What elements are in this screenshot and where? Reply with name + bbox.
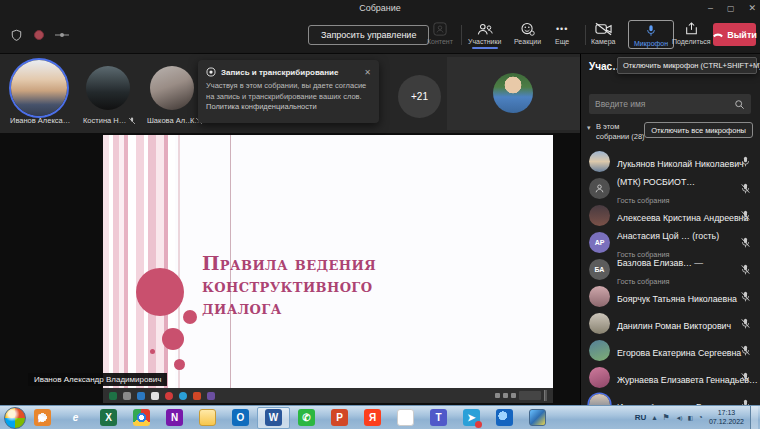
taskbar-app-internet-explorer[interactable]: e [59, 407, 92, 429]
participant-search-box[interactable] [589, 94, 751, 114]
participant-row[interactable]: (МТК) РОСБИОТ… Гость собрания [581, 175, 760, 202]
language-indicator[interactable]: RU [635, 413, 647, 422]
outlook-icon: O [232, 409, 249, 426]
mini-show-desktop [544, 390, 547, 401]
participants-panel: Учас… В этом собрании (28) Отключить все… [580, 54, 760, 405]
participant-name: Алексеева Кристина Андреевна [617, 213, 748, 223]
participant-row[interactable]: Журнаева Елизавета Геннадьев… [581, 364, 760, 391]
taskbar-app-outlook[interactable]: O [224, 407, 257, 429]
search-input[interactable] [595, 99, 734, 109]
hidden-icons-arrow[interactable] [652, 413, 656, 422]
taskbar-app-explorer[interactable] [191, 407, 224, 429]
mic-muted-icon[interactable] [740, 210, 751, 221]
share-icon [684, 22, 699, 36]
notification-badge [475, 421, 482, 428]
mic-muted-icon[interactable] [740, 345, 751, 356]
volume-icon[interactable] [676, 413, 682, 422]
taskbar-app-powerpoint[interactable]: P [323, 407, 356, 429]
maximize-icon[interactable] [727, 0, 735, 17]
network-icon[interactable] [688, 413, 693, 422]
mini-app-icon [123, 392, 131, 400]
taskbar-app-chrome[interactable] [125, 407, 158, 429]
more-button[interactable]: Еще [555, 22, 569, 45]
yandex-browser-icon: Y [397, 409, 414, 426]
meeting-toolbar: Запросить управление Контент Участники Р… [0, 16, 760, 54]
participant-name: Данилин Роман Викторович [617, 321, 731, 331]
mic-muted-icon[interactable] [740, 264, 751, 275]
participants-list: Лукьянов Николай Николаевич (МТК) РОСБИО… [581, 148, 760, 405]
taskbar-app-blue[interactable] [488, 407, 521, 429]
taskbar-app-telegram[interactable]: ➤ [455, 407, 488, 429]
word-icon: W [265, 409, 282, 426]
share-button[interactable]: Поделиться [672, 22, 711, 45]
toast-header: Запись и транскрибирование [206, 67, 371, 77]
close-icon[interactable] [748, 0, 756, 16]
start-button[interactable] [4, 407, 26, 429]
video-thumbnail-avatar[interactable] [86, 66, 130, 110]
overflow-count-badge[interactable]: +21 [398, 75, 441, 118]
slide-circle-decoration [183, 310, 197, 324]
mini-app-icon [179, 392, 187, 400]
participant-name: Боярчук Татьяна Николаевна [617, 294, 737, 304]
presenter-name-label: Иванов Александр Владимирович [28, 373, 167, 386]
participant-row[interactable]: Боярчук Татьяна Николаевна [581, 283, 760, 310]
avatar [589, 367, 610, 388]
participant-row[interactable]: Егорова Екатерина Сергеевна [581, 337, 760, 364]
video-thumbnail-avatar[interactable] [11, 60, 67, 116]
request-control-button[interactable]: Запросить управление [308, 25, 429, 45]
participant-row[interactable]: Данилин Роман Викторович [581, 310, 760, 337]
taskbar-app-excel[interactable]: X [92, 407, 125, 429]
toolbar-left-icons [10, 16, 69, 54]
participant-name: (МТК) РОСБИОТ… [617, 177, 695, 187]
thumbnail-name-label: Иванов Алекса… [10, 116, 70, 125]
taskbar-app-word[interactable]: W [257, 407, 290, 429]
taskbar-app-remote-desktop[interactable] [521, 407, 554, 429]
toast-body: Участвуя в этом собрании, вы даете согла… [206, 81, 371, 113]
mini-app-icon [193, 392, 201, 400]
layout-pin-icon[interactable] [55, 31, 69, 39]
thumbnail-name-label: Костина Н… [83, 116, 136, 125]
clock[interactable]: 17:13 07.12.2022 [709, 409, 744, 427]
mic-on-icon[interactable] [740, 156, 751, 167]
participants-button[interactable]: Участники [468, 22, 501, 45]
video-thumbnail-avatar[interactable] [150, 66, 194, 110]
reactions-button[interactable]: Реакции [514, 22, 541, 45]
taskbar-app-whatsapp[interactable]: ✆ [290, 407, 323, 429]
self-avatar [493, 73, 533, 113]
mic-muted-icon[interactable] [740, 372, 751, 383]
mic-muted-icon[interactable] [740, 318, 751, 329]
chevron-down-icon[interactable] [587, 124, 591, 132]
show-desktop-button[interactable] [750, 406, 758, 429]
internet-explorer-icon: e [67, 409, 84, 426]
participant-row[interactable]: БА Базлова Елизав… — Гость собрания [581, 256, 760, 283]
taskbar-app-onenote[interactable]: N [158, 407, 191, 429]
camera-button[interactable]: Камера [591, 22, 615, 45]
taskbar-app-teams[interactable]: T [422, 407, 455, 429]
avatar [589, 394, 610, 405]
mute-all-button[interactable]: Отключить все микрофоны [644, 122, 753, 138]
participant-name: Базлова Елизав… — [617, 258, 703, 268]
slide-line-decoration [178, 135, 180, 388]
self-video-tile[interactable] [447, 57, 580, 130]
leave-button[interactable]: Выйти [713, 23, 756, 46]
mic-muted-icon[interactable] [740, 183, 751, 194]
minimize-icon[interactable] [708, 0, 713, 16]
participant-row[interactable]: Иванов Александр Владимир… [581, 391, 760, 405]
shield-icon[interactable] [10, 29, 23, 42]
mic-muted-icon[interactable] [740, 237, 751, 248]
mic-muted-icon[interactable] [740, 291, 751, 302]
avatar [589, 178, 610, 199]
taskbar-app-yandex-browser[interactable]: Y [389, 407, 422, 429]
toast-close-icon[interactable] [364, 68, 371, 77]
search-icon [734, 99, 745, 110]
content-person-icon [433, 22, 447, 36]
clock-time: 17:13 [718, 409, 736, 416]
toolbar-divider [461, 25, 462, 45]
action-center-flag-icon[interactable] [662, 413, 669, 422]
tray-app-icon[interactable] [698, 413, 703, 422]
taskbar-app-yandex[interactable]: Я [356, 407, 389, 429]
taskbar-app-media-player[interactable]: ▶ [26, 407, 59, 429]
mini-app-icon [207, 392, 215, 400]
mic-button[interactable]: Микрофон [628, 20, 674, 49]
privacy-policy-link[interactable]: Политика конфиденциальности [206, 102, 371, 113]
